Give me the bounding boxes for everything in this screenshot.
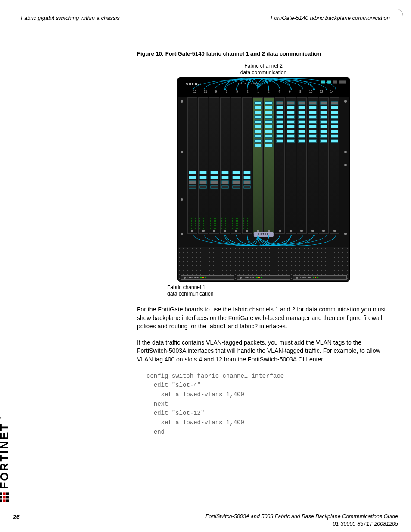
blade-slot-4 — [275, 97, 285, 234]
blade-slot-3 — [242, 97, 252, 234]
blade-slot-6 — [286, 97, 296, 234]
footer: 26 FortiSwitch-5003A and 5003 Fabric and… — [13, 513, 398, 528]
blade-slot-5 — [231, 97, 241, 234]
brand-square-icon — [0, 492, 9, 502]
footer-line2: 01-30000-85717-20081205 — [333, 521, 398, 527]
blade-slot-8 — [297, 97, 307, 234]
blade-slot-2-switch — [264, 97, 274, 234]
fan-tray-1: 1 FAN TRAY — [237, 275, 290, 280]
blade-bay — [187, 97, 340, 234]
figure-top-label-line1: Fabric channel 2 — [244, 63, 283, 69]
header-right: FortiGate-5140 fabric backplane communic… — [271, 14, 390, 22]
fan-tray-0: 0 FAN TRAY — [181, 275, 234, 280]
registered-icon: ® — [0, 415, 3, 419]
page-frame: Fabric gigabit switching within a chassi… — [8, 9, 403, 515]
fan-tray-2: 2 FAN TRAY — [293, 275, 347, 280]
chassis-diagram: FORTINET FORTIGATE-5140 — [137, 77, 390, 282]
figure-bottom-label-line1: Fabric channel 1 — [167, 284, 206, 290]
blade-slot-12 — [319, 97, 329, 234]
chassis: FORTINET FORTIGATE-5140 — [177, 77, 350, 282]
slot-numbers: 13 11 9 7 5 3 1 2 4 6 8 10 12 14 — [191, 90, 336, 94]
figure-top-label-line2: data communication — [240, 69, 286, 75]
blade-slot-11 — [198, 97, 208, 234]
right-handle-icon — [349, 240, 350, 249]
chassis-bottom: 0 FAN TRAY 1 FAN TRAY 2 FAN TRAY — [178, 247, 349, 281]
header-row: Fabric gigabit switching within a chassi… — [8, 14, 403, 26]
blade-slot-13 — [187, 97, 197, 234]
figure-top-label: Fabric channel 2 data communication — [137, 63, 390, 75]
blade-slot-14 — [330, 97, 339, 234]
blade-slot-7 — [220, 97, 230, 234]
figure-bottom-label-line2: data communication — [167, 291, 213, 297]
code-block: config switch fabric-channel interface e… — [146, 372, 390, 437]
figure-caption: Figure 10: FortiGate-5140 fabric channel… — [137, 50, 390, 58]
blade-slot-10 — [308, 97, 318, 234]
side-brand-text: FORTINET — [0, 423, 12, 489]
chassis-header: FORTINET FORTIGATE-5140 — [178, 78, 349, 97]
header-left: Fabric gigabit switching within a chassi… — [21, 14, 120, 22]
page-number: 26 — [13, 513, 20, 521]
left-handle-icon — [177, 240, 178, 249]
blade-slot-1-switch — [253, 97, 263, 234]
content-column: Figure 10: FortiGate-5140 fabric channel… — [137, 26, 390, 437]
side-brand-logo: FORTINET ® — [0, 415, 12, 502]
footer-line1: FortiSwitch-5003A and 5003 Fabric and Ba… — [206, 513, 398, 520]
paragraph-1: For the FortiGate boards to use the fabr… — [137, 305, 390, 331]
figure-bottom-label: Fabric channel 1 data communication — [167, 284, 390, 297]
blade-slot-9 — [209, 97, 219, 234]
paragraph-2: If the data traffic contains VLAN-tagged… — [137, 339, 390, 364]
chassis-middle: FILTER — [178, 234, 349, 247]
fan-trays: 0 FAN TRAY 1 FAN TRAY 2 FAN TRAY — [181, 275, 347, 280]
